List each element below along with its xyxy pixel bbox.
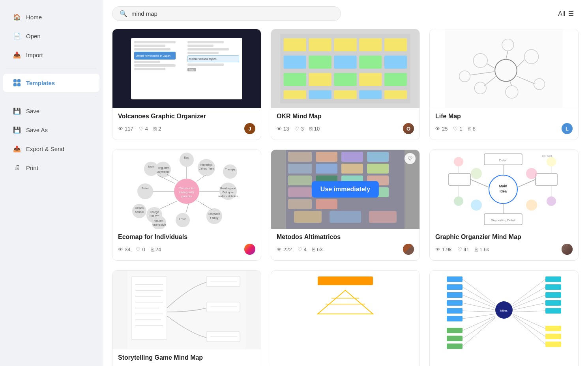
svg-rect-107 (330, 211, 361, 223)
svg-rect-19 (384, 73, 407, 86)
card-thumb-network: Miles (430, 271, 578, 349)
svg-rect-188 (447, 328, 463, 333)
card-thumb-lifemap (430, 29, 578, 108)
card-title-okr: OKR Mind Map (277, 113, 414, 120)
svg-rect-0 (13, 79, 17, 82)
sidebar-item-export-send[interactable]: 📤 Export & Send (3, 140, 99, 158)
card-info-volcanoes: Volcanoes Graphic Organizer 👁 117 ♡ 4 ⎘ (112, 108, 261, 140)
sidebar-item-open[interactable]: 📄 Open (3, 27, 99, 45)
likes-icon: ♡ (298, 246, 302, 252)
storytelling-svg (112, 271, 261, 349)
svg-rect-176 (545, 308, 561, 314)
views-icon: 👁 (435, 246, 440, 252)
svg-text:Idea: Idea (500, 189, 507, 193)
sidebar-item-label: Export & Send (26, 146, 64, 152)
card-metodos[interactable]: ♡ Use immediately Metodos Altimatricos 👁… (271, 149, 420, 261)
lifemap-svg (430, 29, 578, 108)
svg-rect-93 (316, 152, 337, 162)
sidebar-item-label: Save (26, 108, 39, 114)
card-title-storytelling: Storytelling Game Mind Map (118, 354, 255, 361)
card-graphicorg[interactable]: Main Idea (429, 149, 579, 261)
sidebar-divider (6, 69, 96, 69)
svg-rect-106 (294, 211, 322, 223)
views-count: 25 (442, 126, 448, 132)
copies-count: 10 (314, 126, 320, 132)
export-icon: 📤 (13, 144, 21, 153)
card-storytelling[interactable]: Storytelling Game Mind Map (112, 270, 261, 366)
likes-count: 4 (304, 246, 307, 252)
svg-rect-102 (367, 152, 389, 162)
sidebar-item-label: Open (26, 33, 41, 39)
svg-rect-14 (384, 56, 407, 69)
card-thumb-volcanoes: Orbital flow models in Japan explore vol… (112, 29, 261, 108)
search-bar[interactable]: 🔍 (112, 6, 341, 21)
card-meta-ecomap: 👁 34 ♡ 0 ⎘ 24 (118, 244, 255, 255)
card-info-storytelling: Storytelling Game Mind Map (112, 349, 261, 366)
svg-rect-24 (384, 90, 407, 99)
card-pyramid[interactable] (271, 270, 420, 366)
svg-point-133 (526, 200, 537, 211)
copies-graphicorg: ⎘ 1.6k (475, 246, 489, 252)
like-heart-metodos[interactable]: ♡ (404, 153, 416, 164)
svg-rect-190 (447, 344, 463, 349)
views-icon: 👁 (277, 246, 282, 252)
likes-graphicorg: ♡ 41 (457, 246, 469, 252)
svg-point-64 (137, 183, 153, 199)
sidebar-item-import[interactable]: 📥 Import (3, 46, 99, 64)
svg-rect-182 (545, 326, 561, 331)
svg-rect-163 (447, 316, 463, 321)
svg-rect-22 (334, 90, 356, 99)
use-immediately-button[interactable]: Use immediately (312, 181, 379, 198)
likes-icon: ♡ (453, 126, 458, 132)
likes-icon: ♡ (136, 246, 140, 252)
sidebar-item-label: Print (26, 164, 38, 171)
card-info-lifemap: Life Map 👁 25 ♡ 1 ⎘ 8 (430, 108, 578, 140)
avatar-metodos (403, 244, 414, 255)
svg-rect-90 (288, 176, 312, 185)
svg-rect-189 (447, 336, 463, 341)
likes-icon: ♡ (294, 126, 299, 132)
svg-text:Going for: Going for (223, 191, 234, 194)
card-ecomap[interactable]: Choices for Living with parents Long-ter… (112, 149, 261, 261)
sidebar-item-print[interactable]: 🖨 Print (3, 159, 99, 177)
sidebar-item-home[interactable]: 🏠 Home (3, 8, 99, 26)
card-title-volcanoes: Volcanoes Graphic Organizer (118, 113, 255, 120)
svg-point-56 (206, 208, 222, 224)
sidebar-divider-2 (6, 97, 96, 97)
card-title-lifemap: Life Map (435, 113, 573, 120)
cards-grid: Orbital flow models in Japan explore vol… (112, 29, 579, 366)
card-info-graphicorg: Graphic Organzier Mind Map 👁 1.9k ♡ 41 ⎘ (430, 229, 578, 260)
svg-text:Mom: Mom (148, 165, 154, 168)
svg-rect-174 (545, 292, 561, 298)
copies-count: 24 (155, 246, 161, 252)
copies-count: 63 (317, 246, 322, 252)
copies-okr: ⎘ 10 (309, 126, 320, 132)
search-input[interactable] (131, 10, 333, 17)
sidebar-item-templates[interactable]: Templates (3, 74, 99, 92)
filter-label: All (558, 10, 565, 17)
card-okr[interactable]: OKR Mind Map 👁 13 ♡ 3 ⎘ 10 (271, 29, 420, 140)
sidebar-item-save-as[interactable]: 💾 Save As (3, 121, 99, 139)
likes-icon: ♡ (457, 246, 462, 252)
copies-ecomap: ⎘ 24 (151, 246, 161, 252)
copies-icon: ⎘ (154, 126, 157, 132)
svg-text:walks - Hobbies: walks - Hobbies (218, 195, 238, 198)
svg-rect-97 (316, 199, 337, 209)
open-icon: 📄 (13, 32, 21, 40)
card-lifemap[interactable]: Life Map 👁 25 ♡ 1 ⎘ 8 (429, 29, 579, 140)
ecomap-svg: Choices for Living with parents Long-ter… (112, 150, 261, 229)
copies-lifemap: ⎘ 8 (468, 126, 476, 132)
search-icon: 🔍 (120, 10, 127, 17)
copies-count: 1.6k (479, 246, 489, 252)
svg-text:parents: parents (182, 194, 192, 198)
filter-button[interactable]: All ☰ (553, 7, 579, 20)
svg-point-121 (547, 157, 556, 166)
card-volcanoes[interactable]: Orbital flow models in Japan explore vol… (112, 29, 261, 140)
svg-text:Miles: Miles (500, 309, 508, 312)
svg-rect-94 (316, 164, 337, 174)
svg-point-135 (526, 168, 537, 179)
svg-text:Family: Family (210, 217, 219, 220)
sidebar-item-save[interactable]: 💾 Save (3, 102, 99, 120)
card-info-ecomap: Ecomap for Individuals 👁 34 ♡ 0 ⎘ 24 (112, 229, 261, 260)
card-network[interactable]: Miles (429, 270, 579, 366)
